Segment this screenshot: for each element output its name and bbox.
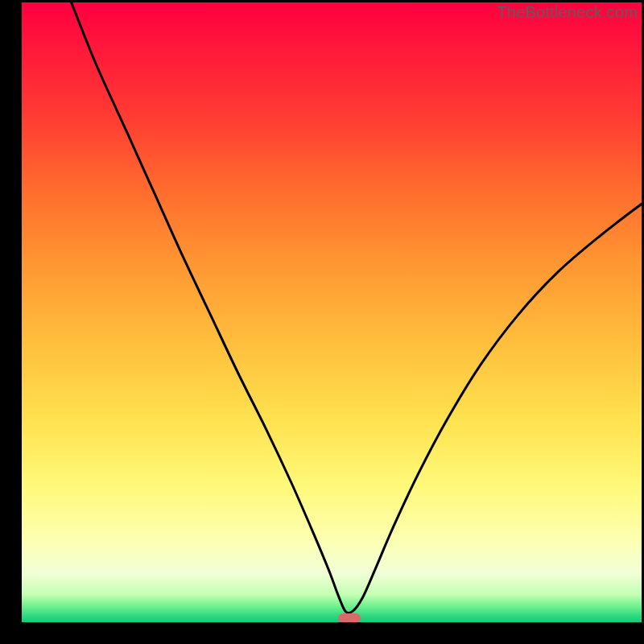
bottleneck-curve <box>22 2 642 622</box>
chart-frame: TheBottleneck.com <box>0 0 644 644</box>
plot-area <box>22 2 642 622</box>
watermark-text: TheBottleneck.com <box>497 3 638 22</box>
optimal-marker <box>338 613 361 622</box>
